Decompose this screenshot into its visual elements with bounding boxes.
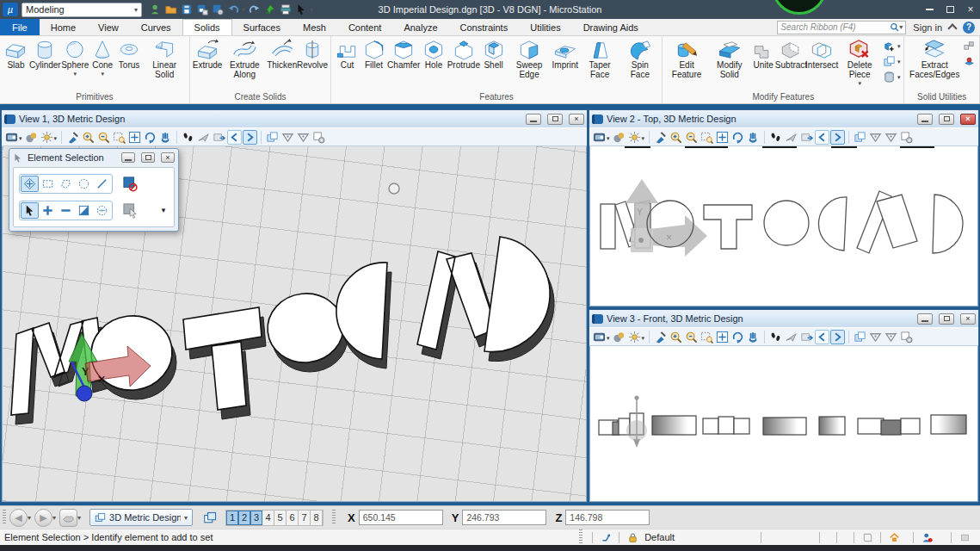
delete-piece-dropdown-icon[interactable]: ▾ bbox=[858, 80, 861, 86]
view-next-button[interactable]: ▶ bbox=[34, 509, 52, 527]
copy-view-icon[interactable] bbox=[265, 130, 280, 145]
fit-view-icon[interactable] bbox=[715, 330, 730, 344]
tab-curves[interactable]: Curves bbox=[130, 19, 182, 35]
cursor-tool-icon[interactable] bbox=[294, 3, 307, 16]
imprint-button[interactable]: Imprint bbox=[552, 37, 579, 71]
extrude-along-button[interactable]: Extrude Along bbox=[222, 37, 267, 80]
copy-view-icon[interactable] bbox=[853, 330, 867, 344]
copy-view-icon[interactable] bbox=[853, 130, 867, 145]
fillet-button[interactable]: Fillet bbox=[361, 37, 387, 71]
zoom-out-icon[interactable] bbox=[96, 130, 111, 145]
toolbar-overflow-icon[interactable]: ▾ bbox=[310, 6, 313, 14]
chevron-down-icon[interactable]: ▾ bbox=[28, 514, 31, 522]
clip-volume-icon[interactable] bbox=[868, 130, 883, 145]
undo-dropdown-icon[interactable]: ▾ bbox=[242, 6, 245, 14]
walk-icon[interactable] bbox=[768, 330, 783, 344]
chevron-down-icon[interactable]: ▾ bbox=[77, 514, 81, 522]
toolbar-handle[interactable] bbox=[3, 510, 6, 525]
tab-constraints[interactable]: Constraints bbox=[449, 19, 520, 35]
previous-view-icon[interactable] bbox=[227, 130, 242, 145]
sign-in-link[interactable]: Sign in bbox=[913, 22, 942, 33]
undo-icon[interactable] bbox=[226, 3, 239, 16]
add-mode-button[interactable] bbox=[39, 202, 57, 219]
view-display-icon[interactable] bbox=[592, 330, 607, 344]
new-mode-button[interactable] bbox=[21, 202, 39, 219]
extract-faces-edges-button[interactable]: Extract Faces/Edges bbox=[907, 37, 962, 80]
collapse-ribbon-icon[interactable] bbox=[947, 23, 957, 33]
render-mode-icon[interactable] bbox=[24, 130, 39, 145]
solid-history-small-button[interactable]: ▾ bbox=[883, 71, 901, 84]
statusbar-handle[interactable] bbox=[579, 529, 582, 545]
render-mode-icon[interactable] bbox=[612, 130, 626, 145]
clip-mask-icon[interactable] bbox=[884, 130, 898, 145]
window-area-icon[interactable] bbox=[700, 130, 714, 145]
search-input[interactable] bbox=[780, 22, 890, 32]
subtract-button[interactable]: Subtract bbox=[776, 37, 806, 71]
saved-views-icon[interactable] bbox=[212, 130, 226, 145]
cylinder-button[interactable]: Cylinder bbox=[29, 37, 61, 71]
select-all-disabled-icon[interactable] bbox=[123, 176, 139, 192]
snap-mode-icon[interactable] bbox=[599, 531, 613, 543]
view-toggle-4[interactable]: 4 bbox=[262, 511, 274, 525]
view-attributes-icon[interactable] bbox=[311, 130, 326, 145]
restore-icon[interactable] bbox=[939, 313, 954, 325]
next-view-icon[interactable] bbox=[243, 130, 257, 145]
view2-titlebar[interactable]: View 2 - Top, 3D Metric Design × bbox=[589, 110, 978, 127]
clear-mode-button[interactable] bbox=[93, 202, 111, 219]
user-presence-icon[interactable] bbox=[149, 3, 162, 16]
view-toggle-3[interactable]: 3 bbox=[250, 511, 262, 525]
sphere-dropdown-icon[interactable]: ▾ bbox=[74, 71, 77, 77]
zoom-out-icon[interactable] bbox=[684, 130, 699, 145]
tab-solids[interactable]: Solids bbox=[182, 19, 232, 35]
chevron-down-icon[interactable]: ▾ bbox=[52, 514, 56, 522]
solid-target-small-button[interactable] bbox=[963, 55, 976, 68]
intersect-button[interactable]: Intersect bbox=[806, 37, 837, 71]
shell-button[interactable]: Shell bbox=[480, 37, 507, 71]
open-file-icon[interactable] bbox=[164, 3, 177, 16]
tab-mesh[interactable]: Mesh bbox=[292, 19, 337, 35]
ribbon-search[interactable]: ▾ bbox=[777, 21, 906, 34]
view-previous-button[interactable]: ◀ bbox=[9, 509, 28, 527]
line-method-button[interactable] bbox=[93, 176, 111, 192]
chevron-down-icon[interactable]: ▾ bbox=[642, 135, 645, 142]
cone-button[interactable]: Cone▾ bbox=[89, 37, 116, 77]
rotate-view-icon[interactable] bbox=[730, 330, 745, 344]
tab-surfaces[interactable]: Surfaces bbox=[232, 19, 292, 35]
active-level-label[interactable]: Default bbox=[644, 532, 675, 542]
hole-button[interactable]: Hole bbox=[421, 37, 447, 71]
chevron-down-icon[interactable]: ▾ bbox=[897, 59, 901, 65]
view-toggle-1[interactable]: 1 bbox=[226, 511, 238, 525]
help-icon[interactable]: ? bbox=[963, 22, 975, 34]
sweep-edge-button[interactable]: Sweep Edge bbox=[507, 37, 552, 80]
linear-solid-button[interactable]: Linear Solid bbox=[143, 37, 187, 80]
rotate-view-icon[interactable] bbox=[730, 130, 745, 145]
view1-titlebar[interactable]: View 1, 3D Metric Design × bbox=[2, 110, 587, 127]
tab-utilities[interactable]: Utilities bbox=[519, 19, 571, 35]
view3-titlebar[interactable]: View 3 - Front, 3D Metric Design × bbox=[589, 310, 978, 327]
save-settings-icon[interactable] bbox=[211, 3, 224, 16]
chevron-down-icon[interactable]: ▾ bbox=[607, 335, 610, 342]
view2-content[interactable]: Y × bbox=[589, 146, 978, 306]
previous-view-icon[interactable] bbox=[815, 330, 829, 344]
exchange-mode-button[interactable] bbox=[75, 202, 93, 219]
workflow-selector[interactable]: Modeling ▾ bbox=[22, 3, 142, 17]
redo-icon[interactable] bbox=[248, 3, 261, 16]
update-view-icon[interactable] bbox=[65, 130, 80, 145]
save-icon[interactable] bbox=[180, 3, 193, 16]
sphere-button[interactable]: Sphere▾ bbox=[61, 37, 89, 77]
close-icon[interactable]: × bbox=[965, 3, 977, 15]
individual-method-button[interactable] bbox=[21, 176, 39, 192]
delete-piece-button[interactable]: Delete Piece▾ bbox=[837, 37, 882, 86]
saved-views-button[interactable] bbox=[59, 509, 77, 527]
fly-icon[interactable] bbox=[784, 330, 798, 344]
close-icon[interactable]: × bbox=[960, 313, 976, 325]
linked-solids-small-button[interactable] bbox=[963, 40, 976, 53]
minimize-icon[interactable] bbox=[526, 114, 541, 125]
spin-face-button[interactable]: Spin Face bbox=[621, 37, 660, 80]
next-view-icon[interactable] bbox=[830, 130, 845, 145]
window-area-icon[interactable] bbox=[700, 330, 714, 344]
unite-button[interactable]: Unite bbox=[751, 37, 776, 71]
cone-dropdown-icon[interactable]: ▾ bbox=[101, 71, 104, 77]
subtract-mode-button[interactable] bbox=[57, 202, 75, 219]
pan-view-icon[interactable] bbox=[746, 330, 761, 344]
